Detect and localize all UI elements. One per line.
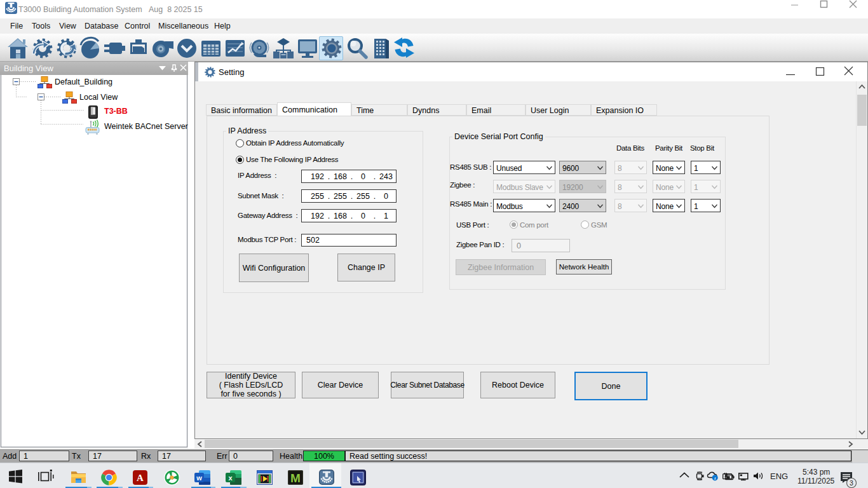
svg-text:3: 3: [850, 479, 853, 487]
svg-text:w: w: [196, 474, 202, 482]
svg-text:A: A: [137, 473, 144, 483]
svg-text:x: x: [228, 474, 233, 482]
svg-text:i: i: [714, 476, 715, 481]
svg-text:M: M: [290, 471, 301, 485]
